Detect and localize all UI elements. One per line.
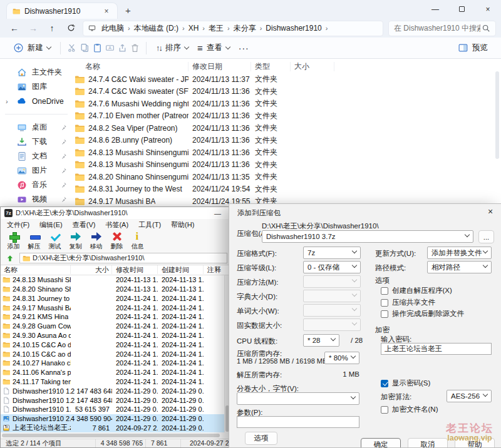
column-header[interactable]: 注释 [204,265,230,274]
sidebar-item-videos[interactable]: 视频 [0,192,73,206]
ok-button[interactable]: 确定 [361,438,401,448]
archive-row[interactable]: Dishwasher1910 1.7z....2 147 483 6482024… [1,386,230,395]
file-row[interactable]: 24.8.20 Shinano Shinsengumi (Patreon)202… [73,171,501,183]
options-button[interactable]: 选项 [245,432,277,445]
breadcrumb[interactable]: 此电脑›本地磁盘 (D:)›XH›老王›未分享›Dishwasher1910› [83,21,383,36]
breadcrumb-item[interactable]: 本地磁盘 (D:) [131,23,182,34]
archive-row[interactable]: 24.10.15 C&C Ao dai2024-11-24 1...2024-1… [1,340,230,349]
up-folder-button[interactable] [3,253,17,263]
show-password-checkbox[interactable]: 显示密码(S) [381,379,430,388]
file-row[interactable]: 24.8.2 Sea Viper (Patreon)2024/11/13 11:… [73,122,501,135]
archive-row[interactable]: 24.8.31 Journey to th...2024-11-24 1...2… [1,293,230,303]
preview-button[interactable]: 预览 [453,39,492,57]
more-button[interactable]: ··· [234,39,254,57]
encrypt-filenames-checkbox[interactable]: 加密文件名(N) [381,405,438,414]
menu-item[interactable]: 帮助(H) [166,219,199,231]
level-combo[interactable]: 0 - 仅存储 [303,261,361,273]
sidebar-item-document[interactable]: 文档 [0,149,73,163]
archive-row[interactable]: 24.8.20 Shinano Shins...2024-11-13 1...2… [1,285,230,294]
view-button[interactable]: ≡ 查看 [193,39,234,57]
sevenzip-hscrollbar[interactable] [1,432,230,439]
search-box[interactable] [388,21,496,36]
parameters-input[interactable] [237,416,359,428]
archive-row[interactable]: Dishwasher1910 1.7z....2 147 483 6482024… [1,395,230,405]
menu-item[interactable]: 书签(A) [100,219,133,231]
archive-row[interactable]: 24.9.30 Asuna Ao dai2024-11-24 1...2024-… [1,331,230,340]
create-sfx-checkbox[interactable]: 创建自解压程序(X) [381,286,452,295]
new-button[interactable]: 新建 [9,39,55,57]
archive-row[interactable]: 24.8.13 Musashi Shins...2024-11-13 1...2… [1,275,230,285]
sidebar-item-music[interactable]: 音乐 [0,178,73,192]
up-button[interactable]: ↑ [43,23,61,33]
sidebar-item-download[interactable]: 下载 [0,135,73,149]
explorer-tab[interactable]: Dishwasher1910 × [6,3,118,19]
archive-row[interactable]: 24.9.17 Musashi BA2024-11-24 1...2024-11… [1,303,230,312]
breadcrumb-item[interactable]: Dishwasher1910 [262,23,324,33]
column-header[interactable]: 修改日期 [189,62,251,71]
file-row[interactable]: 24.7.4 C&C Waki sweater (SFW) (Patr...20… [73,86,501,98]
archive-row[interactable]: 24.9.28 Guam Cowgirl2024-11-24 1...2024-… [1,322,230,331]
refresh-button[interactable] [61,23,80,33]
breadcrumb-item[interactable]: 未分享 [230,23,259,34]
forward-button[interactable]: → [24,23,43,33]
update-mode-combo[interactable]: 添加并替换文件 [427,247,492,259]
new-tab-button[interactable]: + [125,5,131,16]
rename-button[interactable]: A [103,40,116,56]
sidebar-item-desktop[interactable]: 桌面 [0,120,73,135]
minimize-icon[interactable]: — [209,210,226,217]
column-header[interactable]: 修改时间 [112,265,158,274]
file-row[interactable]: 24.7.10 Elven mother (Patreon)2024/11/13… [73,110,501,123]
threads-combo[interactable]: * 28 [303,334,339,347]
tab-close-icon[interactable]: × [101,7,111,16]
file-row[interactable]: 24.7.4 C&C Waki sweater - JPGS (Pat...20… [73,73,501,86]
toolbar-add-button[interactable]: 添加 [3,231,24,252]
help-button[interactable]: 帮助 [455,438,495,448]
copy-button[interactable] [78,40,91,56]
memory-percent-combo[interactable]: * 80% [324,352,359,364]
sevenzip-title-bar[interactable]: 7z D:\XH\老王\未分享\Dishwasher1910\ — [1,207,230,219]
sidebar-item-home[interactable]: 主文件夹 [0,65,73,79]
archive-name-combo[interactable]: Dishwasher1910 3.7z [262,230,473,243]
path-mode-combo[interactable]: 相对路径 [427,261,492,273]
file-row[interactable]: 24.8.31 Journey to the West2024/11/24 19… [73,183,501,196]
toolbar-info-button[interactable]: 信息 [127,231,148,252]
cancel-button[interactable]: 取消 [408,438,448,448]
delete-button[interactable] [128,40,141,56]
column-header[interactable]: 名称 [73,62,189,71]
column-header[interactable]: 名称 [1,265,71,274]
file-row[interactable]: 24.7.6 Musashi Wedding night (NSF...2024… [73,98,501,110]
browse-button[interactable]: ... [478,230,494,243]
file-row[interactable]: 24.8.6 2B.unny (Patreon)2024/11/13 11:36… [73,135,501,147]
column-header[interactable]: 大小 [291,62,334,71]
breadcrumb-item[interactable]: XH [185,23,202,33]
archive-row[interactable]: 上老王论坛当老王.zip7 8612024-09-27 2...2024-11-… [1,424,230,433]
close-icon[interactable]: × [484,206,497,216]
sidebar-item-gallery[interactable]: 图库 [0,79,73,94]
archive-row[interactable]: 24.11.17 Taking temp...2024-11-24 1...20… [1,377,230,387]
toolbar-copy-button[interactable]: 复制 [65,231,86,252]
breadcrumb-item[interactable]: 此电脑 [98,23,127,34]
toolbar-del-button[interactable]: 删除 [106,231,127,252]
paste-button[interactable] [91,40,103,56]
archive-row[interactable]: Dishwasher1910 1.7z....53 615 3972024-11… [1,405,230,414]
breadcrumb-item[interactable]: 老王 [205,23,227,34]
menu-item[interactable]: 文件(F) [2,219,34,231]
archive-row[interactable]: 24.9.21 KMS Hina2024-11-24 1...2024-11-2… [1,312,230,322]
column-header[interactable]: 创建时间 [158,265,204,274]
address-input[interactable]: D:\XH\老王\未分享\Dishwasher1910\ [19,253,227,263]
close-button[interactable]: × [475,0,501,18]
maximize-button[interactable] [448,0,475,18]
password-input[interactable]: 上老王论坛当老王 [381,343,492,355]
search-input[interactable] [394,24,480,33]
archive-row[interactable]: 24.10.15 C&C ao dai (...2024-11-24 1...2… [1,349,230,359]
minimize-button[interactable]: — [422,0,448,18]
toolbar-move-button[interactable]: 移动 [86,231,106,252]
sidebar-item-onedrive[interactable]: ›OneDrive [0,94,73,108]
column-header[interactable]: 类型 [251,62,291,71]
format-combo[interactable]: 7z [303,247,361,259]
cut-button[interactable] [66,40,78,56]
share-button[interactable] [116,40,128,56]
file-row[interactable]: 24.8.13 Musashi Shinsengumi (CEN) (...20… [73,146,501,159]
menu-item[interactable]: 工具(T) [133,219,166,231]
file-row[interactable]: 24.8.13 Musashi Shinsengumi (Patreo...20… [73,159,501,171]
